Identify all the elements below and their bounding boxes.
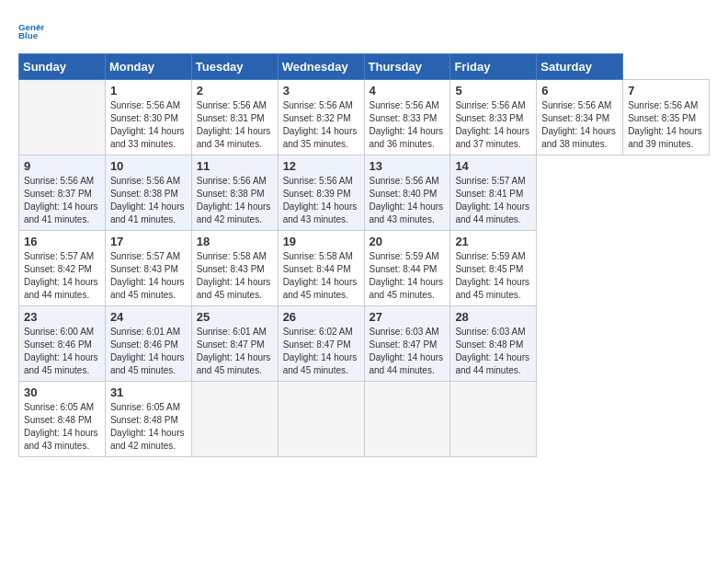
calendar-cell: 27Sunrise: 6:03 AMSunset: 8:47 PMDayligh… — [364, 306, 450, 382]
calendar-cell: 4Sunrise: 5:56 AMSunset: 8:33 PMDaylight… — [364, 80, 450, 155]
day-info: Sunrise: 5:59 AMSunset: 8:45 PMDaylight:… — [455, 250, 531, 302]
header-row: SundayMondayTuesdayWednesdayThursdayFrid… — [19, 54, 710, 80]
logo: General Blue — [18, 18, 48, 44]
calendar-cell: 6Sunrise: 5:56 AMSunset: 8:34 PMDaylight… — [537, 80, 623, 155]
day-number: 19 — [283, 235, 359, 248]
calendar-cell: 23Sunrise: 6:00 AMSunset: 8:46 PMDayligh… — [19, 306, 106, 382]
day-info: Sunrise: 5:56 AMSunset: 8:33 PMDaylight:… — [455, 99, 531, 151]
calendar-table: SundayMondayTuesdayWednesdayThursdayFrid… — [18, 53, 710, 457]
calendar-week-4: 23Sunrise: 6:00 AMSunset: 8:46 PMDayligh… — [19, 306, 710, 382]
day-info: Sunrise: 6:01 AMSunset: 8:47 PMDaylight:… — [197, 326, 273, 377]
day-number: 30 — [24, 385, 100, 399]
calendar-cell: 12Sunrise: 5:56 AMSunset: 8:39 PMDayligh… — [278, 155, 364, 231]
calendar-cell: 26Sunrise: 6:02 AMSunset: 8:47 PMDayligh… — [278, 306, 364, 382]
day-info: Sunrise: 5:59 AMSunset: 8:44 PMDaylight:… — [370, 250, 446, 302]
day-info: Sunrise: 5:56 AMSunset: 8:35 PMDaylight:… — [628, 99, 704, 151]
day-number: 5 — [455, 84, 531, 98]
calendar-week-2: 9Sunrise: 5:56 AMSunset: 8:37 PMDaylight… — [19, 155, 710, 231]
day-info: Sunrise: 5:56 AMSunset: 8:34 PMDaylight:… — [541, 99, 618, 151]
calendar-cell: 18Sunrise: 5:58 AMSunset: 8:43 PMDayligh… — [191, 231, 278, 306]
day-info: Sunrise: 5:58 AMSunset: 8:44 PMDaylight:… — [283, 250, 359, 302]
column-header-tuesday: Tuesday — [191, 54, 278, 80]
day-info: Sunrise: 6:03 AMSunset: 8:47 PMDaylight:… — [370, 326, 446, 377]
calendar-cell: 14Sunrise: 5:57 AMSunset: 8:41 PMDayligh… — [450, 155, 537, 231]
day-number: 25 — [197, 310, 273, 324]
day-number: 17 — [110, 235, 187, 248]
page-header: General Blue — [18, 18, 710, 44]
calendar-cell — [450, 382, 537, 457]
day-number: 11 — [197, 159, 273, 173]
day-number: 13 — [370, 159, 446, 173]
day-info: Sunrise: 5:56 AMSunset: 8:38 PMDaylight:… — [110, 175, 187, 226]
calendar-cell: 9Sunrise: 5:56 AMSunset: 8:37 PMDaylight… — [19, 155, 106, 231]
calendar-cell: 30Sunrise: 6:05 AMSunset: 8:48 PMDayligh… — [19, 382, 106, 457]
calendar-cell: 3Sunrise: 5:56 AMSunset: 8:32 PMDaylight… — [278, 80, 364, 155]
calendar-cell: 28Sunrise: 6:03 AMSunset: 8:48 PMDayligh… — [450, 306, 537, 382]
day-number: 27 — [370, 310, 446, 324]
column-header-sunday: Sunday — [19, 54, 106, 80]
day-info: Sunrise: 5:58 AMSunset: 8:43 PMDaylight:… — [197, 250, 273, 302]
day-info: Sunrise: 6:05 AMSunset: 8:48 PMDaylight:… — [24, 401, 100, 453]
day-info: Sunrise: 6:03 AMSunset: 8:48 PMDaylight:… — [455, 326, 531, 377]
day-number: 20 — [370, 235, 446, 248]
logo-icon: General Blue — [18, 18, 44, 44]
calendar-cell: 5Sunrise: 5:56 AMSunset: 8:33 PMDaylight… — [450, 80, 537, 155]
day-info: Sunrise: 5:57 AMSunset: 8:43 PMDaylight:… — [110, 250, 187, 302]
day-info: Sunrise: 6:00 AMSunset: 8:46 PMDaylight:… — [24, 326, 100, 377]
day-number: 6 — [541, 84, 618, 98]
calendar-cell: 2Sunrise: 5:56 AMSunset: 8:31 PMDaylight… — [191, 80, 278, 155]
calendar-cell: 11Sunrise: 5:56 AMSunset: 8:38 PMDayligh… — [191, 155, 278, 231]
calendar-week-5: 30Sunrise: 6:05 AMSunset: 8:48 PMDayligh… — [19, 382, 710, 457]
day-info: Sunrise: 6:05 AMSunset: 8:48 PMDaylight:… — [110, 401, 187, 453]
calendar-cell: 19Sunrise: 5:58 AMSunset: 8:44 PMDayligh… — [278, 231, 364, 306]
column-header-friday: Friday — [450, 54, 537, 80]
calendar-cell-empty — [19, 80, 106, 155]
calendar-cell: 1Sunrise: 5:56 AMSunset: 8:30 PMDaylight… — [105, 80, 191, 155]
calendar-week-3: 16Sunrise: 5:57 AMSunset: 8:42 PMDayligh… — [19, 231, 710, 306]
day-info: Sunrise: 6:02 AMSunset: 8:47 PMDaylight:… — [283, 326, 359, 377]
day-number: 4 — [370, 84, 446, 98]
calendar-cell — [364, 382, 450, 457]
day-number: 9 — [24, 159, 100, 173]
day-info: Sunrise: 5:56 AMSunset: 8:38 PMDaylight:… — [197, 175, 273, 226]
calendar-cell: 13Sunrise: 5:56 AMSunset: 8:40 PMDayligh… — [364, 155, 450, 231]
day-info: Sunrise: 5:56 AMSunset: 8:37 PMDaylight:… — [24, 175, 100, 226]
calendar-cell: 25Sunrise: 6:01 AMSunset: 8:47 PMDayligh… — [191, 306, 278, 382]
day-info: Sunrise: 5:56 AMSunset: 8:31 PMDaylight:… — [197, 99, 273, 151]
day-number: 23 — [24, 310, 100, 324]
day-info: Sunrise: 5:57 AMSunset: 8:42 PMDaylight:… — [24, 250, 100, 302]
calendar-cell: 24Sunrise: 6:01 AMSunset: 8:46 PMDayligh… — [105, 306, 191, 382]
day-number: 28 — [455, 310, 531, 324]
day-info: Sunrise: 5:56 AMSunset: 8:39 PMDaylight:… — [283, 175, 359, 226]
day-number: 14 — [455, 159, 531, 173]
calendar-cell: 21Sunrise: 5:59 AMSunset: 8:45 PMDayligh… — [450, 231, 537, 306]
day-info: Sunrise: 5:57 AMSunset: 8:41 PMDaylight:… — [455, 175, 531, 226]
calendar-cell: 20Sunrise: 5:59 AMSunset: 8:44 PMDayligh… — [364, 231, 450, 306]
day-info: Sunrise: 5:56 AMSunset: 8:40 PMDaylight:… — [370, 175, 446, 226]
day-number: 21 — [455, 235, 531, 248]
calendar-cell: 16Sunrise: 5:57 AMSunset: 8:42 PMDayligh… — [19, 231, 106, 306]
calendar-cell — [191, 382, 278, 457]
day-number: 2 — [197, 84, 273, 98]
day-info: Sunrise: 6:01 AMSunset: 8:46 PMDaylight:… — [110, 326, 187, 377]
calendar-cell: 7Sunrise: 5:56 AMSunset: 8:35 PMDaylight… — [623, 80, 710, 155]
day-number: 1 — [110, 84, 187, 98]
calendar-cell: 10Sunrise: 5:56 AMSunset: 8:38 PMDayligh… — [105, 155, 191, 231]
day-number: 16 — [24, 235, 100, 248]
day-number: 7 — [628, 84, 704, 98]
svg-text:Blue: Blue — [18, 30, 39, 40]
day-info: Sunrise: 5:56 AMSunset: 8:30 PMDaylight:… — [110, 99, 187, 151]
day-number: 31 — [110, 385, 187, 399]
day-number: 18 — [197, 235, 273, 248]
column-header-saturday: Saturday — [537, 54, 623, 80]
day-info: Sunrise: 5:56 AMSunset: 8:33 PMDaylight:… — [370, 99, 446, 151]
day-number: 12 — [283, 159, 359, 173]
column-header-thursday: Thursday — [364, 54, 450, 80]
column-header-monday: Monday — [105, 54, 191, 80]
day-number: 26 — [283, 310, 359, 324]
day-number: 10 — [110, 159, 187, 173]
column-header-wednesday: Wednesday — [278, 54, 364, 80]
calendar-cell: 17Sunrise: 5:57 AMSunset: 8:43 PMDayligh… — [105, 231, 191, 306]
calendar-cell: 31Sunrise: 6:05 AMSunset: 8:48 PMDayligh… — [105, 382, 191, 457]
day-number: 3 — [283, 84, 359, 98]
